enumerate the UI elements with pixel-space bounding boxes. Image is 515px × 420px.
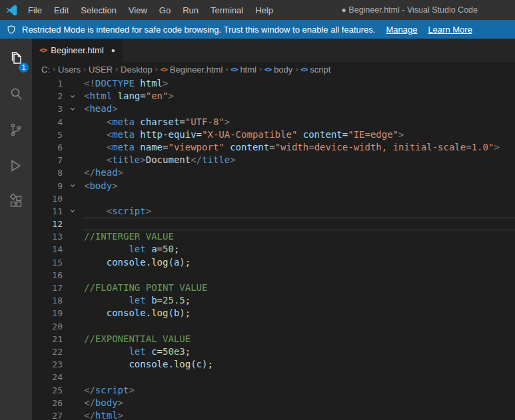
- breadcrumb-label: html: [240, 65, 257, 75]
- source-control-icon: [8, 122, 24, 140]
- code-text: <head>: [83, 103, 515, 115]
- code-line-7[interactable]: 7 <title>Document</title>: [32, 154, 515, 166]
- code-line-19[interactable]: 19 console.log(b);: [32, 307, 515, 319]
- menu-view[interactable]: View: [123, 3, 153, 18]
- line-number: 17: [32, 282, 63, 294]
- code-line-14[interactable]: 14 let a=50;: [32, 243, 515, 256]
- code-line-20[interactable]: 20: [32, 320, 515, 333]
- line-number: 9: [32, 180, 63, 192]
- code-line-15[interactable]: 15 console.log(a);: [32, 256, 515, 269]
- code-text: let a=50;: [83, 243, 515, 256]
- line-number: 22: [32, 345, 63, 358]
- code-text: let b=25.5;: [83, 294, 515, 307]
- line-number: 11: [32, 205, 63, 218]
- code-text: [83, 371, 515, 383]
- window-title: ● Begineer.html - Visual Studio Code: [341, 5, 478, 15]
- breadcrumb-item-desktop[interactable]: Desktop: [121, 65, 153, 75]
- code-line-17[interactable]: 17//FLOATING POINT VALUE: [32, 282, 515, 294]
- menu-terminal[interactable]: Terminal: [205, 3, 249, 18]
- breadcrumb-item-body[interactable]: <>body: [264, 65, 292, 75]
- code-line-27[interactable]: 27</html>: [32, 409, 515, 420]
- breadcrumb-item-begineer-html[interactable]: <>Begineer.html: [161, 65, 223, 75]
- code-line-10[interactable]: 10: [32, 192, 515, 205]
- fold-gutter: [63, 230, 83, 243]
- modified-dot-icon[interactable]: ●: [111, 47, 115, 54]
- breadcrumb-label: Users: [58, 65, 81, 75]
- code-line-6[interactable]: 6 <meta name="viewport" content="width=d…: [32, 141, 515, 154]
- learn-more-link[interactable]: Learn More: [428, 25, 472, 35]
- code-text: [83, 269, 515, 282]
- main-area: 1 <> Begineer.html ● C:›Users›USER›Deskt…: [0, 39, 515, 420]
- fold-gutter: [63, 243, 83, 256]
- code-line-18[interactable]: 18 let b=25.5;: [32, 294, 515, 307]
- line-number: 5: [32, 128, 63, 141]
- manage-link[interactable]: Manage: [386, 25, 417, 35]
- code-line-16[interactable]: 16: [32, 269, 515, 282]
- fold-chevron-icon[interactable]: [63, 103, 83, 115]
- activity-badge: 1: [19, 63, 29, 73]
- breadcrumb-label: Begineer.html: [170, 65, 223, 75]
- code-line-8[interactable]: 8</head>: [32, 166, 515, 179]
- tab-begineer-html[interactable]: <> Begineer.html ●: [32, 39, 123, 62]
- fold-chevron-icon[interactable]: [63, 90, 83, 103]
- activity-item-extensions[interactable]: [0, 185, 32, 221]
- line-number: 24: [32, 371, 63, 383]
- code-text: [83, 320, 515, 333]
- code-text: [83, 192, 515, 205]
- line-number: 13: [32, 230, 63, 243]
- editor-group: <> Begineer.html ● C:›Users›USER›Desktop…: [32, 39, 515, 420]
- code-text: <meta name="viewport" content="width=dev…: [83, 141, 515, 154]
- html-file-icon: <>: [39, 46, 47, 55]
- code-line-21[interactable]: 21//EXPONENTIAL VALUE: [32, 333, 515, 345]
- fold-gutter: [63, 409, 83, 420]
- fold-gutter: [63, 282, 83, 294]
- menu-go[interactable]: Go: [153, 3, 177, 18]
- code-line-9[interactable]: 9<body>: [32, 180, 515, 192]
- code-line-11[interactable]: 11 <script>: [32, 205, 515, 218]
- fold-gutter: [63, 384, 83, 397]
- code-line-3[interactable]: 3<head>: [32, 103, 515, 115]
- code-line-13[interactable]: 13//INTERGER VALUE: [32, 230, 515, 243]
- fold-chevron-icon[interactable]: [63, 205, 83, 218]
- html-file-icon: <>: [161, 66, 167, 73]
- fold-gutter: [63, 116, 83, 128]
- line-number: 27: [32, 409, 63, 420]
- code-line-1[interactable]: 1<!DOCTYPE html>: [32, 77, 515, 90]
- code-line-25[interactable]: 25</script>: [32, 384, 515, 397]
- code-text: <meta http-equiv="X-UA-Compatible" conte…: [83, 128, 515, 141]
- code-line-26[interactable]: 26</body>: [32, 397, 515, 409]
- line-number: 4: [32, 116, 63, 128]
- activity-item-search[interactable]: [0, 77, 32, 113]
- editor-code[interactable]: 1<!DOCTYPE html>2<html lang="en">3<head>…: [32, 77, 515, 420]
- breadcrumb-item-script[interactable]: <>script: [300, 65, 330, 75]
- fold-gutter: [63, 192, 83, 205]
- breadcrumb-item-c-[interactable]: C:: [41, 65, 50, 75]
- code-line-12[interactable]: 12: [32, 218, 515, 230]
- fold-gutter: [63, 154, 83, 166]
- fold-gutter: [63, 333, 83, 345]
- menu-help[interactable]: Help: [249, 3, 279, 18]
- breadcrumb-separator-icon: ›: [155, 65, 158, 74]
- menu-selection[interactable]: Selection: [75, 3, 122, 18]
- activity-item-source-control[interactable]: [0, 113, 32, 149]
- code-line-24[interactable]: 24: [32, 371, 515, 383]
- breadcrumb-item-user[interactable]: USER: [89, 65, 113, 75]
- code-line-22[interactable]: 22 let c=50e3;: [32, 345, 515, 358]
- code-line-2[interactable]: 2<html lang="en">: [32, 90, 515, 103]
- activity-item-explorer[interactable]: 1: [0, 41, 32, 77]
- run-debug-icon: [8, 158, 24, 176]
- activity-bar: 1: [0, 39, 32, 420]
- activity-item-run-debug[interactable]: [0, 149, 32, 185]
- breadcrumb-item-html[interactable]: <>html: [231, 65, 257, 75]
- fold-chevron-icon[interactable]: [63, 180, 83, 192]
- breadcrumb-separator-icon: ›: [295, 65, 298, 74]
- code-text: console.log(c);: [83, 358, 515, 371]
- code-line-4[interactable]: 4 <meta charset="UTF-8">: [32, 116, 515, 128]
- menu-file[interactable]: File: [22, 3, 48, 18]
- breadcrumb-item-users[interactable]: Users: [58, 65, 81, 75]
- breadcrumb-separator-icon: ›: [225, 65, 228, 74]
- code-line-23[interactable]: 23 console.log(c);: [32, 358, 515, 371]
- menu-edit[interactable]: Edit: [48, 3, 75, 18]
- menu-run[interactable]: Run: [177, 3, 205, 18]
- code-line-5[interactable]: 5 <meta http-equiv="X-UA-Compatible" con…: [32, 128, 515, 141]
